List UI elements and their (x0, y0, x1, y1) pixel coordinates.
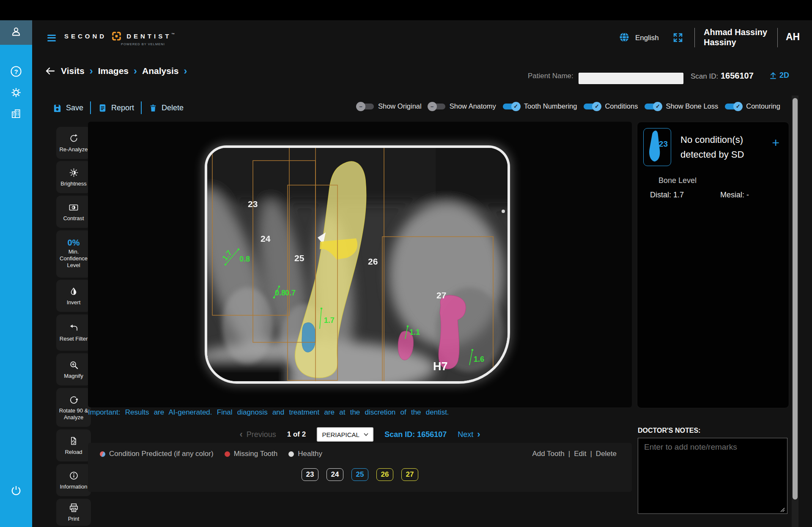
toolbar-divider (90, 101, 91, 114)
globe-icon[interactable] (618, 31, 630, 45)
invert-droplet-icon (69, 286, 79, 297)
brand-mark-icon (112, 31, 121, 41)
save-label: Save (66, 104, 83, 112)
power-icon (10, 485, 22, 498)
overlay-blue-condition (302, 322, 315, 352)
toggle-switch[interactable]: ✓ (583, 103, 601, 110)
delete-tooth-button[interactable]: Delete (596, 450, 617, 458)
add-tooth-button[interactable]: Add Tooth (532, 450, 564, 458)
sidebar-item-logout[interactable] (0, 479, 32, 504)
tool-label: Rotate 90 & Analyze (58, 407, 89, 421)
help-icon: ? (10, 65, 22, 79)
tooth-thumbnail[interactable]: 23 (643, 128, 671, 166)
upload-2d-label: 2D (779, 71, 789, 80)
toggle-switch[interactable]: – (356, 103, 375, 110)
toggle-switch[interactable]: ✓ (724, 103, 743, 110)
back-arrow-icon[interactable] (45, 66, 56, 76)
legend-label: Healthy (298, 450, 322, 458)
toggle-show-bone-loss: ✓ Show Bone Loss (644, 102, 718, 110)
edit-tooth-button[interactable]: Edit (574, 450, 586, 458)
magnify-button[interactable]: Magnify (56, 353, 91, 385)
refresh-icon (69, 133, 79, 144)
thumbnail-tooth-number: 23 (659, 139, 668, 149)
doctors-notes-input[interactable] (638, 438, 787, 514)
measurement-value: 1.6 (474, 355, 484, 363)
brightness-button[interactable]: Brightness (56, 161, 91, 193)
save-button[interactable]: Save (52, 103, 83, 113)
breadcrumb-item-visits[interactable]: Visits (61, 66, 85, 76)
measurement-value: 1.7 (324, 316, 335, 325)
app-root: ? (0, 0, 812, 527)
toggle-label: Show Anatomy (450, 102, 496, 110)
tool-label: Contrast (63, 215, 84, 222)
tooth-button-23[interactable]: 23 (302, 468, 318, 481)
tooth-button-25[interactable]: 25 (351, 468, 368, 481)
delete-button[interactable]: Delete (148, 103, 184, 113)
toggle-label: Contouring (746, 102, 780, 110)
information-button[interactable]: Information (56, 464, 91, 496)
doctors-notes-title: DOCTOR'S NOTES: (638, 427, 700, 434)
contrast-button[interactable]: Contrast (56, 196, 91, 228)
sidebar-item-profile[interactable] (0, 20, 32, 45)
gear-icon (10, 87, 22, 100)
resize-handle-icon[interactable] (780, 506, 785, 514)
fullscreen-icon[interactable] (672, 32, 683, 45)
menu-hamburger-icon[interactable] (47, 33, 56, 43)
print-button[interactable]: Print (56, 499, 91, 526)
legend-row: Condition Predicted (if any color) Missi… (100, 450, 322, 458)
tooth-button-row: 23 24 25 26 27 (88, 468, 632, 481)
scrollbar-thumb[interactable] (793, 98, 798, 500)
tool-label: Min. Confidence Level (58, 248, 89, 269)
check-icon: ✓ (511, 102, 521, 111)
page-indicator: 1 of 2 (287, 430, 306, 439)
report-icon (98, 103, 107, 113)
tool-label: Invert (67, 299, 81, 306)
reload-button[interactable]: Reload (56, 429, 91, 461)
printer-icon (69, 502, 79, 513)
chevron-right-icon: › (184, 67, 187, 75)
xray-image[interactable]: 1.7 0.8 0.8 0.7 1.7 1.1 (207, 148, 508, 381)
brand-logo: SECOND DENTIST™ (64, 31, 177, 41)
toolbar-divider (141, 101, 142, 114)
language-selector[interactable]: English (635, 34, 659, 42)
image-type-select[interactable]: PERIAPICAL (317, 427, 373, 442)
legend-label: Condition Predicted (if any color) (109, 450, 214, 458)
bone-level-mesial: Mesial: - (720, 191, 749, 199)
scan-id-label: Scan ID: (691, 72, 718, 81)
add-condition-button[interactable]: + (772, 136, 779, 150)
sidebar-item-organization[interactable] (0, 102, 32, 127)
tooth-number-label: 24 (261, 234, 271, 243)
tool-label: Print (68, 516, 80, 522)
tooth-number-label: 26 (368, 257, 378, 266)
reanalyze-button[interactable]: Re-Analyze (56, 127, 91, 159)
tooth-button-24[interactable]: 24 (326, 468, 343, 481)
next-label: Next (458, 430, 473, 439)
toggle-label: Tooth Numbering (524, 102, 577, 110)
tooth-button-27[interactable]: 27 (401, 468, 418, 481)
upload-icon (769, 71, 777, 80)
measurement-value: 1.1 (409, 328, 420, 336)
healthy-dot-icon (288, 451, 294, 457)
invert-button[interactable]: Invert (56, 280, 91, 312)
rotate-analyze-button[interactable]: Rotate 90 & Analyze (56, 388, 91, 427)
breadcrumb-item-images[interactable]: Images (98, 66, 129, 76)
previous-button[interactable]: ‹ Previous (239, 429, 276, 440)
condition-dot-icon (100, 451, 105, 457)
toggle-switch[interactable]: – (428, 103, 446, 110)
toggle-label: Show Bone Loss (666, 102, 718, 110)
avatar[interactable]: AH (786, 31, 800, 43)
image-type-value: PERIAPICAL (322, 431, 359, 438)
toggle-conditions: ✓ Conditions (583, 102, 638, 110)
measurement-value: 0.7 (285, 289, 296, 297)
report-button[interactable]: Report (98, 103, 134, 113)
next-button[interactable]: Next › (458, 429, 480, 440)
min-confidence-button[interactable]: 0% Min. Confidence Level (56, 230, 91, 278)
upload-2d-button[interactable]: 2D (769, 71, 789, 80)
bone-level-distal: Distal: 1.7 (650, 191, 684, 199)
breadcrumb-item-analysis[interactable]: Analysis (142, 66, 178, 76)
toggle-switch[interactable]: ✓ (502, 103, 521, 110)
actions-divider: | (590, 450, 592, 458)
tooth-button-26[interactable]: 26 (376, 468, 393, 481)
toggle-switch[interactable]: ✓ (644, 103, 662, 110)
reset-filter-button[interactable]: Reset Filter (56, 314, 91, 351)
